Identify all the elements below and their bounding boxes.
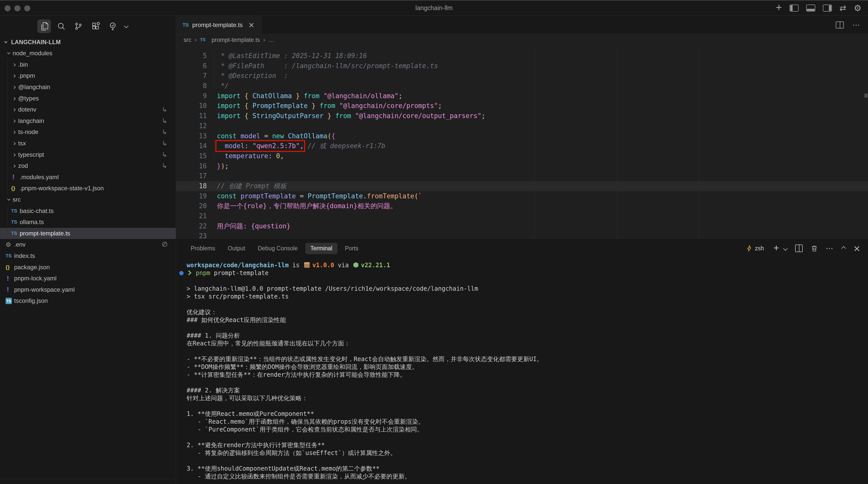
search-icon[interactable] xyxy=(55,20,68,33)
tree-item-.modules.yaml[interactable]: !.modules.yaml xyxy=(0,172,176,183)
extensions-icon[interactable] xyxy=(89,20,102,33)
code-line-7[interactable]: 7 * @Description : xyxy=(176,71,868,81)
code-line-9[interactable]: 9import { ChatOllama } from "@langchain/… xyxy=(176,91,868,101)
close-tab-icon[interactable]: × xyxy=(248,21,254,29)
terminal-line: 在React应用中，常见的性能瓶颈通常出现在以下几个方面： xyxy=(187,340,868,347)
tree-item-ollama.ts[interactable]: TSollama.ts xyxy=(0,217,176,228)
terminal-shell-item[interactable]: zsh xyxy=(746,245,764,252)
tab-prompt-template[interactable]: TS prompt-template.ts × xyxy=(176,16,261,34)
yaml-file-icon: ! xyxy=(5,286,14,293)
tree-item-.env[interactable]: ⚙.env xyxy=(0,239,176,250)
tree-item-label: zod xyxy=(18,162,28,169)
tree-item-label: pnpm-lock.yaml xyxy=(14,275,57,282)
additional-views-chevron-icon[interactable] xyxy=(125,24,128,29)
tree-item-dotenv[interactable]: ›dotenv↳ xyxy=(0,104,176,115)
settings-gear-icon[interactable]: ⚙ xyxy=(854,3,862,13)
code-line-19[interactable]: 19const promptTemplate = PromptTemplate.… xyxy=(176,191,868,201)
toggle-secondary-sidebar-icon[interactable] xyxy=(823,4,832,11)
tree-item-.pnpm-workspace-state-v1.json[interactable]: {}.pnpm-workspace-state-v1.json xyxy=(0,183,176,194)
terminal-line: workspace/code/langchain-llm is v1.0.0 v… xyxy=(187,261,868,269)
panel-tab-ports[interactable]: Ports xyxy=(340,243,364,254)
todo-tree-icon[interactable] xyxy=(106,20,120,33)
tree-item-tsconfig.json[interactable]: TStsconfig.json xyxy=(0,295,176,307)
tree-item-prompt-template.ts[interactable]: TSprompt-template.ts xyxy=(0,228,176,239)
tree-item-.pnpm[interactable]: ›.pnpm xyxy=(0,70,176,82)
line-number: 5 xyxy=(176,51,207,61)
explorer-icon[interactable] xyxy=(37,20,51,33)
line-number: 17 xyxy=(176,171,207,181)
tree-indent-guide xyxy=(7,104,8,115)
code-line-18[interactable]: 18// 创建 Prompt 模板 xyxy=(176,181,868,191)
code-line-11[interactable]: 11import { StringOutputParser } from "@l… xyxy=(176,111,868,121)
panel-tab-problems[interactable]: Problems xyxy=(186,243,220,254)
code-line-13[interactable]: 13const model = new ChatOllama({ xyxy=(176,131,868,141)
terminal-line xyxy=(187,277,868,285)
chevron-right-icon: › xyxy=(263,36,266,44)
code-line-8[interactable]: 8 */ xyxy=(176,81,868,91)
code-line-6[interactable]: 6 * @FilePath : /langchain-llm/src/promp… xyxy=(176,61,868,71)
breadcrumb-folder[interactable]: src xyxy=(184,36,191,44)
chevron-right-icon: › xyxy=(11,162,18,170)
terminal-line: 2. **避免在render方法中执行计算密集型任务** xyxy=(187,442,868,449)
tree-item-label: basic-chat.ts xyxy=(20,207,54,215)
symlink-arrow-icon: ↳ xyxy=(162,106,167,113)
kill-terminal-trash-icon[interactable] xyxy=(811,245,818,252)
tree-item-src[interactable]: ›src xyxy=(0,194,176,205)
tree-item-ts-node[interactable]: ›ts-node↳ xyxy=(0,126,176,138)
line-number: 13 xyxy=(176,131,207,141)
panel-tab-terminal[interactable]: Terminal xyxy=(305,243,337,254)
tree-item-@types[interactable]: ›@types xyxy=(0,93,176,104)
code-line-5[interactable]: 5 * @LastEditTime : 2025-12-31 18:09:16 xyxy=(176,51,868,61)
toggle-panel-icon[interactable] xyxy=(806,4,815,11)
toggle-primary-sidebar-icon[interactable] xyxy=(789,4,799,11)
panel-tab-output[interactable]: Output xyxy=(223,243,250,254)
line-content: const promptTemplate = PromptTemplate.fr… xyxy=(207,191,422,201)
tree-item-@langchain[interactable]: ›@langchain xyxy=(0,82,176,93)
line-content: 你是一个{role}，专门帮助用户解决{domain}相关的问题。 xyxy=(207,201,397,211)
tree-item-pnpm-lock.yaml[interactable]: !pnpm-lock.yaml xyxy=(0,273,176,284)
tree-item-langchain[interactable]: ›langchain↳ xyxy=(0,115,176,127)
typescript-file-icon: TS xyxy=(11,231,20,236)
code-line-10[interactable]: 10import { PromptTemplate } from "@langc… xyxy=(176,101,868,111)
terminal-line: 优化建议： xyxy=(187,308,868,316)
line-number: 22 xyxy=(176,221,207,231)
source-control-icon[interactable] xyxy=(72,20,85,33)
tree-item-pnpm-workspace.yaml[interactable]: !pnpm-workspace.yaml xyxy=(0,284,176,295)
tree-item-zod[interactable]: ›zod↳ xyxy=(0,160,176,172)
tree-item-index.ts[interactable]: TSindex.ts xyxy=(0,250,176,262)
env-file-icon: ⚙ xyxy=(5,241,14,248)
tree-indent-guide xyxy=(7,82,8,93)
tree-item-basic-chat.ts[interactable]: TSbasic-chat.ts xyxy=(0,205,176,217)
terminal-line: 1. **使用React.memo或PureComponent** xyxy=(187,410,868,418)
panel-tab-debug-console[interactable]: Debug Console xyxy=(253,243,303,254)
tree-item-typescript[interactable]: ›typescript↳ xyxy=(0,149,176,160)
terminal-dropdown-chevron-icon[interactable] xyxy=(783,246,787,251)
maximize-panel-chevron-icon[interactable] xyxy=(841,246,846,251)
tree-item-node_modules[interactable]: ›node_modules xyxy=(0,48,176,59)
tree-item-package.json[interactable]: {}package.json xyxy=(0,261,176,273)
customize-layout-icon[interactable]: ⇄ xyxy=(839,3,846,13)
code-line-16[interactable]: 16}); xyxy=(176,161,868,171)
code-line-15[interactable]: 15 temperature: 0, xyxy=(176,151,868,161)
typescript-file-icon: TS xyxy=(5,253,14,259)
split-editor-icon[interactable] xyxy=(836,22,844,29)
code-line-20[interactable]: 20你是一个{role}，专门帮助用户解决{domain}相关的问题。 xyxy=(176,201,868,211)
split-terminal-icon[interactable] xyxy=(795,245,803,252)
tree-indent-guide xyxy=(7,183,8,194)
explorer-section-header[interactable]: › LANGCHAIN-LLM xyxy=(0,36,176,48)
tree-item-label: .modules.yaml xyxy=(20,174,59,181)
breadcrumb-file[interactable]: prompt-template.ts xyxy=(212,36,260,44)
code-editor[interactable]: 5 * @LastEditTime : 2025-12-31 18:09:166… xyxy=(176,46,868,244)
terminal-line: - 将复杂的逻辑移到生命周期方法（如`useEffect`）或计算属性之外。 xyxy=(187,449,868,457)
code-line-21[interactable]: 21 xyxy=(176,211,868,221)
terminal-output[interactable]: workspace/code/langchain-llm is v1.0.0 v… xyxy=(176,258,868,484)
command-decoration-dot[interactable] xyxy=(179,271,184,275)
tree-item-.bin[interactable]: ›.bin xyxy=(0,59,176,70)
outline-section-header[interactable]: › OUTLINE xyxy=(0,479,176,484)
tree-item-tsx[interactable]: ›tsx↳ xyxy=(0,138,176,149)
tree-indent-guide xyxy=(7,149,8,160)
code-line-17[interactable]: 17 xyxy=(176,171,868,181)
breadcrumb-more[interactable]: … xyxy=(269,36,274,44)
code-line-22[interactable]: 22用户问题: {question} xyxy=(176,221,868,231)
code-line-12[interactable]: 12 xyxy=(176,121,868,131)
